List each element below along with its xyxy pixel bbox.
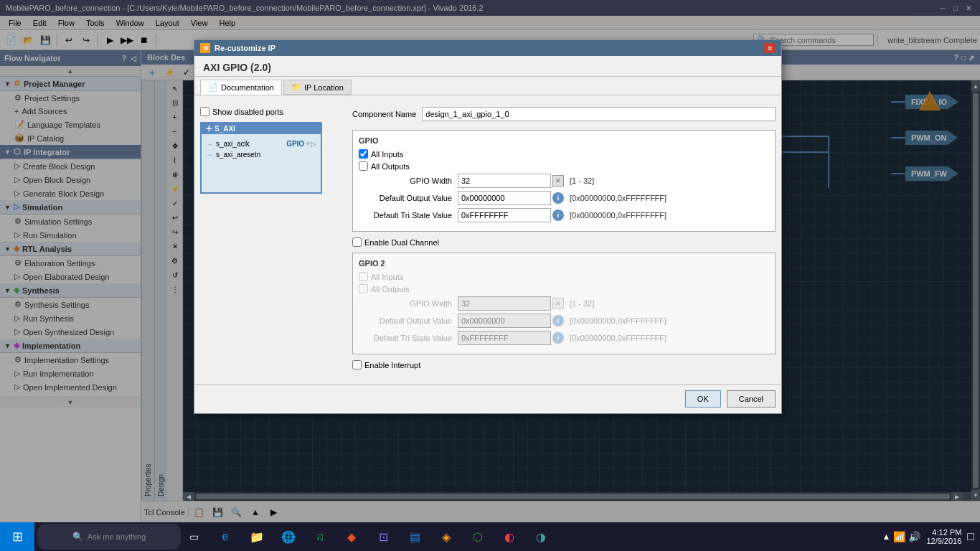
app1-icon: ◆ <box>347 530 356 544</box>
explorer-icon: 📁 <box>250 530 264 544</box>
taskbar-app7[interactable]: ◑ <box>528 524 554 550</box>
modal-body: Show disabled ports ✛ S_AXI → s_axi_aclk <box>194 101 781 384</box>
gpio2-default-output-input-container: i <box>458 314 564 328</box>
gpio2-width-input-container: ✕ <box>458 296 564 311</box>
action-center-icon[interactable]: □ <box>967 530 974 543</box>
gpio1-default-tri-row: Default Tri State Value i [0x00000000,0x… <box>359 208 769 222</box>
modal-title-icon: ⚙ <box>200 43 210 53</box>
app4-icon: ◈ <box>442 530 451 544</box>
gpio2-default-output-range: [0x00000000,0xFFFFFFFF] <box>570 316 666 325</box>
cancel-button[interactable]: Cancel <box>727 390 776 408</box>
taskbar-explorer[interactable]: 📁 <box>244 524 270 550</box>
gpio2-default-output-label: Default Output Value <box>359 316 452 325</box>
sys-tray-icons: ▲ 📶 🔊 <box>882 531 921 542</box>
gpio1-default-tri-input-container: i <box>458 208 564 222</box>
component-name-label: Component Name <box>352 110 416 118</box>
preview-title: S_AXI <box>215 125 235 133</box>
ip-block-preview: ✛ S_AXI → s_axi_aclk GPIO + ▷ <box>200 122 322 194</box>
taskbar-edge[interactable]: e <box>212 524 238 550</box>
app2-icon: ⊡ <box>379 530 388 544</box>
component-name-input[interactable] <box>422 107 776 121</box>
gpio1-default-output-input[interactable] <box>458 191 551 205</box>
preview-label-aclk: s_axi_aclk <box>216 140 250 148</box>
modal-tab-documentation[interactable]: 📄 Documentation <box>200 80 282 95</box>
taskbar-app1[interactable]: ◆ <box>339 524 364 550</box>
modal-left-panel: Show disabled ports ✛ S_AXI → s_axi_aclk <box>200 107 344 378</box>
preview-gpio-arrow: ▷ <box>311 140 316 148</box>
search-icon-taskbar: 🔍 <box>72 532 83 542</box>
gpio2-default-output-row: Default Output Value i [0x00000000,0xFFF… <box>359 314 769 328</box>
edge-icon: e <box>222 530 229 543</box>
gpio1-width-clear[interactable]: ✕ <box>552 175 564 187</box>
preview-arrow-aresetn: → <box>206 151 213 159</box>
taskbar-chrome[interactable]: 🌐 <box>275 524 301 550</box>
gpio1-all-outputs-row: All Outputs <box>359 161 769 171</box>
gpio1-width-input[interactable] <box>458 174 551 188</box>
show-ports-checkbox[interactable] <box>200 107 209 116</box>
gpio1-all-outputs-label: All Outputs <box>371 162 410 171</box>
modal-overlay: ⚙ Re-customize IP ✕ AXI GPIO (2.0) 📄 Doc… <box>0 0 980 551</box>
enable-dual-checkbox[interactable] <box>352 237 362 247</box>
gpio2-width-range: [1 - 32] <box>570 299 594 308</box>
gpio2-default-tri-range: [0x00000000,0xFFFFFFFF] <box>570 334 666 342</box>
modal-close-btn[interactable]: ✕ <box>764 43 776 53</box>
gpio1-all-inputs-row: All Inputs <box>359 149 769 159</box>
gpio1-title: GPIO <box>359 136 769 145</box>
modal-tabs: 📄 Documentation 📁 IP Location <box>194 77 781 95</box>
gpio1-all-inputs-checkbox[interactable] <box>359 149 368 159</box>
loc-tab-icon: 📁 <box>291 83 301 92</box>
taskbar-spotify[interactable]: ♫ <box>307 524 333 550</box>
tray-up-arrow[interactable]: ▲ <box>882 532 891 542</box>
taskbar-app6[interactable]: ◐ <box>496 524 522 550</box>
gpio2-all-outputs-row: All Outputs <box>359 284 769 293</box>
taskbar-app4[interactable]: ◈ <box>433 524 459 550</box>
taskbar-search-btn[interactable]: 🔍 Ask me anything <box>37 524 181 550</box>
gpio2-all-inputs-row: All Inputs <box>359 272 769 281</box>
preview-gpio-plus: + <box>306 140 310 148</box>
gpio2-all-outputs-label: All Outputs <box>371 285 410 293</box>
gpio1-all-outputs-checkbox[interactable] <box>359 161 368 171</box>
taskbar-app-icons: e 📁 🌐 ♫ ◆ ⊡ ▤ ◈ ⬡ ◐ ◑ <box>212 524 554 550</box>
taskbar-app5[interactable]: ⬡ <box>465 524 491 550</box>
enable-interrupt-row: Enable Interrupt <box>352 360 776 369</box>
gpio1-default-tri-info[interactable]: i <box>552 209 564 221</box>
start-icon: ⊞ <box>12 529 23 545</box>
gpio2-width-clear: ✕ <box>552 298 564 309</box>
show-ports-label: Show disabled ports <box>212 108 283 116</box>
chrome-icon: 🌐 <box>281 530 296 544</box>
enable-interrupt-label: Enable Interrupt <box>364 361 420 369</box>
preview-move-icon: ✛ <box>206 125 212 133</box>
modal-tab-ip-location[interactable]: 📁 IP Location <box>283 80 352 95</box>
gpio2-default-output-input <box>458 314 551 328</box>
network-icon[interactable]: 📶 <box>893 531 905 542</box>
component-name-row: Component Name <box>352 107 776 121</box>
gpio1-default-tri-input[interactable] <box>458 208 551 222</box>
app5-icon: ⬡ <box>473 530 483 544</box>
ok-button[interactable]: OK <box>685 390 721 408</box>
preview-arrow-aclk: → <box>206 140 213 148</box>
modal-content: Show disabled ports ✛ S_AXI → s_axi_aclk <box>200 107 776 378</box>
preview-label-aresetn: s_axi_aresetn <box>216 151 260 159</box>
taskbar-app2[interactable]: ⊡ <box>370 524 396 550</box>
doc-tab-label: Documentation <box>221 83 274 92</box>
enable-interrupt-checkbox[interactable] <box>352 360 362 369</box>
gpio1-width-label: GPIO Width <box>359 176 452 185</box>
taskbar-clock[interactable]: 4:12 PM 12/9/2016 <box>926 528 961 545</box>
taskbar-taskview[interactable]: ▭ <box>181 524 207 550</box>
loc-tab-label: IP Location <box>304 83 344 92</box>
taskbar-right: ▲ 📶 🔊 4:12 PM 12/9/2016 □ <box>882 528 981 545</box>
gpio2-default-tri-input <box>458 331 551 345</box>
preview-pin-aresetn: → s_axi_aresetn <box>206 149 316 160</box>
gpio2-default-output-info: i <box>552 315 564 326</box>
preview-pin-aclk: → s_axi_aclk GPIO + ▷ <box>206 138 316 149</box>
volume-icon[interactable]: 🔊 <box>908 531 920 542</box>
taskbar-app3[interactable]: ▤ <box>402 524 428 550</box>
gpio2-all-inputs-label: All Inputs <box>371 273 403 281</box>
gpio1-default-output-info[interactable]: i <box>552 192 564 204</box>
gpio2-section: GPIO 2 All Inputs All Outputs GPIO Width <box>352 253 776 354</box>
recustomize-ip-modal: ⚙ Re-customize IP ✕ AXI GPIO (2.0) 📄 Doc… <box>194 39 782 414</box>
gpio2-all-inputs-checkbox <box>359 272 368 281</box>
app3-icon: ▤ <box>410 530 420 544</box>
gpio2-title: GPIO 2 <box>359 259 769 268</box>
start-button[interactable]: ⊞ <box>0 522 34 551</box>
